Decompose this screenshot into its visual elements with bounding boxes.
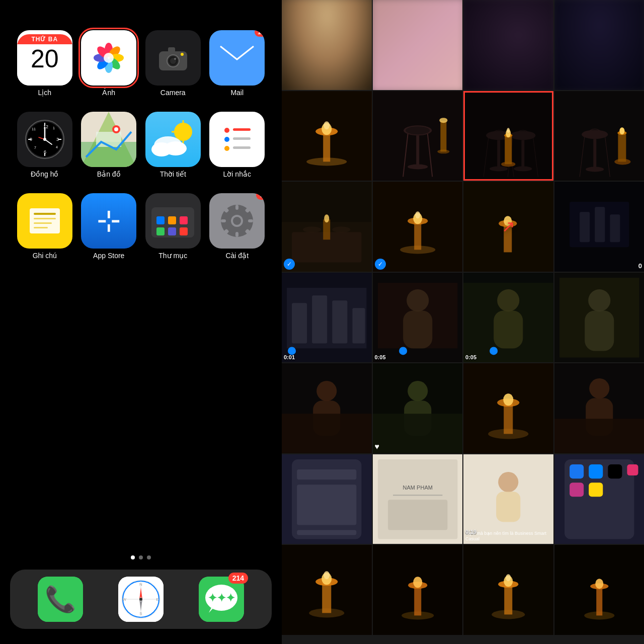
- settings-badge: 1: [256, 193, 265, 200]
- svg-point-15: [181, 53, 184, 56]
- photo-cell[interactable]: ♥: [373, 363, 463, 453]
- svg-point-164: [288, 347, 296, 355]
- svg-rect-155: [580, 212, 590, 242]
- photo-cell-screenshot2[interactable]: [554, 454, 645, 544]
- svg-point-127: [507, 128, 510, 133]
- photo-cell[interactable]: [463, 363, 553, 453]
- svg-rect-78: [248, 219, 253, 222]
- svg-rect-124: [505, 136, 512, 164]
- clock-icon-bg: 12 3 6 9 1 4 7 11: [17, 112, 72, 167]
- dock-safari[interactable]: N S E W: [118, 577, 164, 622]
- appstore-label: App Store: [93, 252, 124, 260]
- photo-cell[interactable]: [463, 0, 553, 90]
- app-reminders[interactable]: Lời nhắc: [208, 112, 267, 178]
- svg-point-180: [316, 381, 337, 401]
- app-mail[interactable]: 13 Mail: [208, 30, 267, 97]
- svg-point-193: [589, 378, 609, 398]
- settings-label: Cài đặt: [225, 252, 249, 260]
- app-clock[interactable]: 12 3 6 9 1 4 7 11 Đồng hồ: [15, 112, 74, 178]
- red-arrow-indicator: ↗: [502, 217, 515, 236]
- svg-point-208: [498, 472, 518, 492]
- photo-cell[interactable]: 0:05: [463, 273, 553, 363]
- photo-cell[interactable]: [373, 0, 463, 90]
- folder-icon-bg: [145, 193, 201, 249]
- svg-point-139: [303, 226, 321, 232]
- svg-point-135: [619, 127, 624, 134]
- app-photos[interactable]: Ảnh: [79, 30, 139, 97]
- app-appstore[interactable]: ⊹ App Store: [79, 193, 139, 260]
- app-notes[interactable]: Ghi chú: [15, 193, 74, 260]
- photo-cell[interactable]: [282, 545, 372, 635]
- photo-cell[interactable]: ✓: [373, 182, 463, 272]
- calendar-day-name: THỨ BA: [17, 34, 72, 44]
- svg-point-223: [324, 571, 330, 579]
- svg-rect-76: [235, 232, 238, 237]
- photo-cell-arrow[interactable]: ↗: [463, 182, 553, 272]
- photo-cell[interactable]: [373, 91, 463, 181]
- photo-cell[interactable]: [282, 91, 372, 181]
- photo-cell[interactable]: 0: [554, 182, 645, 272]
- dock-messages[interactable]: 214 ✦✦✦: [199, 577, 244, 622]
- mail-badge: 13: [255, 30, 265, 37]
- svg-point-112: [408, 164, 428, 169]
- svg-point-74: [233, 217, 241, 225]
- svg-rect-118: [497, 140, 500, 168]
- svg-rect-217: [589, 482, 603, 497]
- app-weather[interactable]: Thời tiết: [143, 112, 203, 178]
- photo-cell[interactable]: 0:05: [373, 273, 463, 363]
- svg-point-234: [506, 574, 511, 581]
- svg-rect-213: [589, 464, 603, 478]
- messages-badge: 214: [228, 573, 248, 584]
- photo-cell[interactable]: [554, 363, 645, 453]
- photo-cell-nampham[interactable]: NAM PHAM: [373, 454, 463, 544]
- photo-cell[interactable]: [554, 273, 645, 363]
- svg-rect-186: [373, 414, 463, 453]
- notes-label: Ghi chú: [33, 252, 57, 260]
- svg-rect-182: [282, 414, 372, 453]
- photo-cell-screenshot[interactable]: [282, 454, 372, 544]
- maps-label: Bản đồ: [97, 170, 121, 178]
- app-maps[interactable]: Bản đồ: [79, 112, 139, 178]
- svg-point-115: [439, 118, 447, 123]
- photo-cell-social[interactable]: Style mà bạn nên tìm là Business Smart C…: [463, 454, 553, 544]
- svg-rect-54: [233, 146, 251, 149]
- svg-rect-195: [554, 419, 645, 453]
- mail-label: Mail: [230, 89, 244, 97]
- photo-cell[interactable]: ✓: [282, 182, 372, 272]
- video-duration-1: 0:01: [284, 354, 295, 360]
- svg-point-119: [490, 166, 508, 171]
- svg-text:⊹: ⊹: [97, 204, 121, 236]
- svg-rect-114: [440, 121, 446, 151]
- photo-cell[interactable]: [463, 545, 553, 635]
- clock-label: Đồng hồ: [31, 170, 58, 178]
- svg-point-142: [324, 214, 329, 222]
- app-settings[interactable]: 1 Cài đặt: [208, 193, 267, 260]
- select-check-1: ✓: [284, 259, 295, 270]
- svg-point-184: [408, 381, 428, 401]
- photo-cell[interactable]: [282, 363, 372, 453]
- svg-point-13: [174, 58, 176, 60]
- photo-cell[interactable]: [282, 0, 372, 90]
- svg-point-47: [165, 141, 187, 155]
- svg-point-51: [224, 137, 229, 142]
- svg-rect-163: [352, 308, 365, 343]
- photo-cell-selected[interactable]: [463, 91, 553, 181]
- photo-cell[interactable]: [554, 545, 645, 635]
- page-dot-2: [139, 555, 143, 559]
- app-folder[interactable]: Thư mục: [143, 193, 203, 260]
- mail-icon-bg: 13: [209, 30, 265, 86]
- svg-text:W: W: [122, 597, 126, 602]
- svg-rect-60: [34, 227, 48, 228]
- photo-cell[interactable]: 0:01: [282, 273, 372, 363]
- photos-grid-container[interactable]: ✓ ✓: [282, 0, 644, 644]
- svg-point-167: [399, 347, 407, 355]
- photo-cell[interactable]: [554, 91, 645, 181]
- svg-text:N: N: [139, 582, 142, 587]
- photo-cell[interactable]: [554, 0, 645, 90]
- app-calendar[interactable]: THỨ BA 20 Lịch: [15, 30, 74, 97]
- app-camera[interactable]: Camera: [143, 30, 203, 97]
- photo-cell[interactable]: [373, 545, 463, 635]
- svg-rect-220: [322, 583, 331, 613]
- weather-icon-bg: [145, 112, 201, 167]
- dock-phone[interactable]: 📞 📞: [38, 577, 83, 622]
